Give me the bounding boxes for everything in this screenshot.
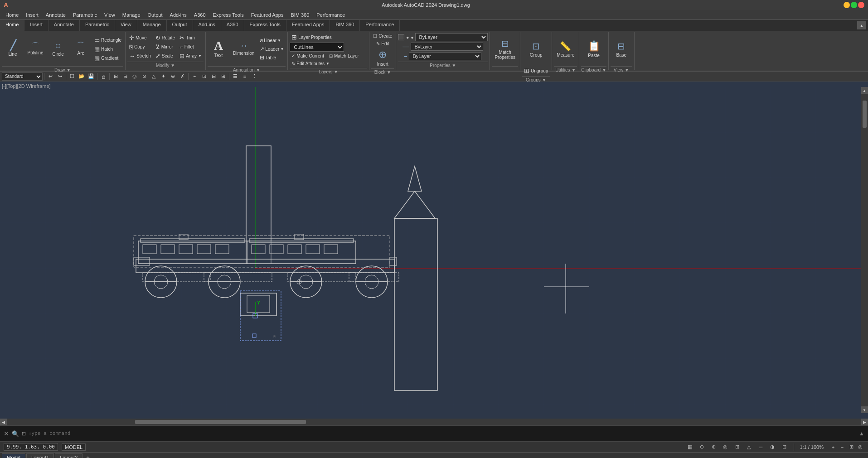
circle-button[interactable]: ○ Circle <box>47 33 69 65</box>
view-arrow[interactable]: ▼ <box>625 67 629 72</box>
block-arrow[interactable]: ▼ <box>387 70 391 75</box>
snap-toggle[interactable]: ⊙ <box>698 443 706 451</box>
add-layout-button[interactable]: + <box>83 453 92 458</box>
fillet-button[interactable]: ⌐Fillet <box>178 43 204 51</box>
tab-parametric[interactable]: Parametric <box>80 20 115 31</box>
tab-a360[interactable]: A360 <box>221 20 244 31</box>
tab-insert[interactable]: Insert <box>24 20 48 31</box>
tool10[interactable]: ⊡ <box>199 72 209 81</box>
layer-select[interactable]: CutLines 0 Defpoints <box>290 43 344 52</box>
maximize-button[interactable] <box>851 2 857 8</box>
base-button[interactable]: ⊟ Base <box>611 33 632 65</box>
sel-cycling-toggle[interactable]: ⊡ <box>780 443 788 451</box>
window-controls[interactable] <box>844 2 864 8</box>
edit-button[interactable]: ✎Edit <box>374 40 391 47</box>
tab-layout2[interactable]: Layout2 <box>55 453 82 458</box>
edit-attributes-button[interactable]: ✎ Edit Attributes ▼ <box>290 60 331 67</box>
tab-featured[interactable]: Featured Apps <box>286 20 330 31</box>
insert-button[interactable]: ⊕ Insert <box>372 48 393 67</box>
polar-toggle[interactable]: ◎ <box>721 443 729 451</box>
tab-annotate[interactable]: Annotate <box>48 20 80 31</box>
measure-button[interactable]: 📏 Measure <box>554 33 577 65</box>
tool9[interactable]: ⌁ <box>190 72 199 81</box>
scroll-thumb[interactable] <box>135 420 306 424</box>
scroll-track[interactable] <box>7 419 861 425</box>
command-expand-button[interactable]: ▲ <box>859 430 864 437</box>
properties-arrow[interactable]: ▼ <box>452 63 456 68</box>
utilities-arrow[interactable]: ▼ <box>571 67 576 72</box>
undo-button[interactable]: ↩ <box>46 72 55 81</box>
tool2[interactable]: ⊟ <box>121 72 130 81</box>
zoom-out-button[interactable]: − <box>838 443 846 451</box>
menu-addins[interactable]: Add-ins <box>166 11 190 19</box>
table-dropdown[interactable]: ⊞ Table <box>258 53 286 62</box>
tool3[interactable]: ◎ <box>130 72 139 81</box>
rotate-button[interactable]: ↻Rotate <box>154 34 177 42</box>
line-button[interactable]: ╱ Line <box>2 33 24 65</box>
model-space-indicator[interactable]: MODEL <box>62 444 86 451</box>
menu-output[interactable]: Output <box>144 11 166 19</box>
leader-dropdown[interactable]: ↗ Leader ▼ <box>258 45 286 53</box>
menu-bim360[interactable]: BIM 360 <box>287 11 313 19</box>
tool14[interactable]: ≡ <box>240 72 249 81</box>
redo-button[interactable]: ↪ <box>55 72 64 81</box>
tab-express[interactable]: Express Tools <box>244 20 286 31</box>
tab-model[interactable]: Model <box>2 453 25 458</box>
tool13[interactable]: ☰ <box>231 72 240 81</box>
dimension-button[interactable]: ↔ Dimension <box>230 33 257 65</box>
menu-home[interactable]: Home <box>2 11 22 19</box>
ortho-toggle[interactable]: ⊕ <box>709 443 718 451</box>
open-button[interactable]: 📂 <box>77 72 86 81</box>
ribbon-collapse-button[interactable]: ▲ <box>857 21 866 29</box>
scroll-left-button[interactable]: ◀ <box>0 419 7 425</box>
transparency-toggle[interactable]: ◑ <box>768 443 776 451</box>
isnap-toggle[interactable]: ⊞ <box>733 443 741 451</box>
trim-button[interactable]: ✂Trim <box>178 34 204 42</box>
clipboard-arrow[interactable]: ▼ <box>602 67 606 72</box>
grid-toggle[interactable]: ▦ <box>686 443 694 451</box>
dtrack-toggle[interactable]: △ <box>745 443 753 451</box>
menu-parametric[interactable]: Parametric <box>69 11 101 19</box>
lineweight-select[interactable]: ByLayer Default 0.25mm <box>409 52 481 60</box>
menu-featured[interactable]: Featured Apps <box>247 11 287 19</box>
tab-performance[interactable]: Performance <box>360 20 400 31</box>
menu-performance[interactable]: Performance <box>313 11 349 19</box>
scroll-right-button[interactable]: ▶ <box>861 419 868 425</box>
group-button[interactable]: ⊡ Group <box>525 33 547 65</box>
tool6[interactable]: ✦ <box>159 72 168 81</box>
menu-annotate[interactable]: Annotate <box>42 11 69 19</box>
ungroup-button[interactable]: ⊞ Ungroup <box>522 66 550 75</box>
workspace-dropdown[interactable]: Standard <box>2 72 43 81</box>
tool5[interactable]: △ <box>149 72 158 81</box>
annotation-scale-button[interactable]: ◎ <box>856 443 864 451</box>
tool4[interactable]: ⊙ <box>140 72 149 81</box>
menu-view[interactable]: View <box>101 11 119 19</box>
arc-button[interactable]: ⌒ Arc <box>70 33 92 65</box>
tool8[interactable]: ✗ <box>178 72 187 81</box>
gradient-button[interactable]: ▧Gradient <box>92 54 123 63</box>
zoom-in-button[interactable]: + <box>829 443 837 451</box>
tab-output[interactable]: Output <box>167 20 193 31</box>
tool15[interactable]: ⋮ <box>250 72 259 81</box>
menu-manage[interactable]: Manage <box>119 11 144 19</box>
tool7[interactable]: ⊕ <box>168 72 177 81</box>
menu-express[interactable]: Express Tools <box>209 11 247 19</box>
drawing-canvas[interactable]: Y × ▲ ▼ <box>0 82 868 419</box>
tab-bim360[interactable]: BIM 360 <box>330 20 360 31</box>
layer-properties-button[interactable]: ⊞ Layer Properties <box>290 33 333 42</box>
copy-button[interactable]: ⎘Copy <box>127 43 153 51</box>
command-icon-x[interactable]: ✕ <box>4 430 9 437</box>
tab-layout1[interactable]: Layout1 <box>26 453 54 458</box>
tool1[interactable]: ⊞ <box>111 72 120 81</box>
layers-arrow[interactable]: ▼ <box>334 69 338 74</box>
minimize-button[interactable] <box>844 2 850 8</box>
linetype-select[interactable]: ByLayer Continuous Dashed <box>411 43 483 51</box>
tool12[interactable]: ⊞ <box>218 72 228 81</box>
close-button[interactable] <box>858 2 864 8</box>
menu-a360[interactable]: A360 <box>190 11 209 19</box>
menu-insert[interactable]: Insert <box>22 11 42 19</box>
command-input[interactable] <box>29 431 856 436</box>
make-current-button[interactable]: ✓ Make Current <box>290 53 326 59</box>
stretch-button[interactable]: ↔Stretch <box>127 52 153 60</box>
create-button[interactable]: ☐Create <box>371 33 394 39</box>
